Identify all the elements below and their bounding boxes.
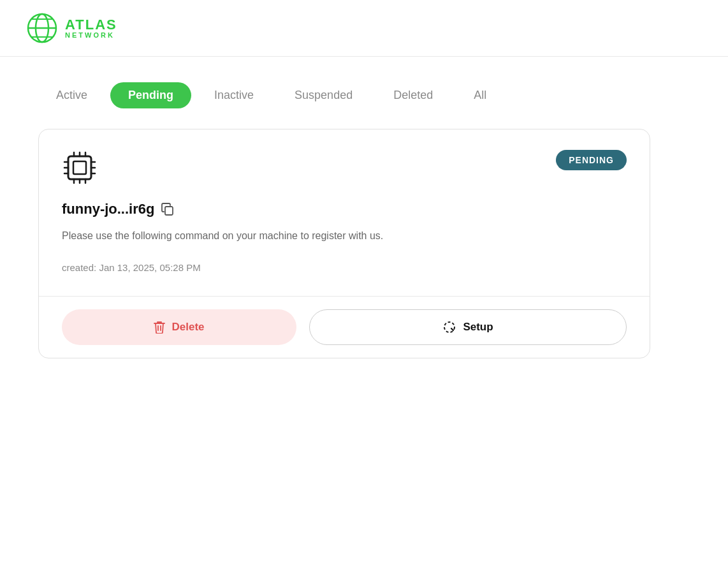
tab-inactive[interactable]: Inactive [196,82,272,108]
tab-all[interactable]: All [456,82,504,108]
svg-rect-6 [73,161,86,174]
main-content: Active Pending Inactive Suspended Delete… [0,57,728,384]
card-created: created: Jan 13, 2025, 05:28 PM [62,262,627,273]
tab-pending[interactable]: Pending [110,82,191,108]
trash-icon [154,321,165,334]
device-name: funny-jo...ir6g [62,201,154,217]
tab-bar: Active Pending Inactive Suspended Delete… [38,82,690,108]
tab-suspended[interactable]: Suspended [277,82,370,108]
status-badge: PENDING [556,150,627,170]
card-top-row: PENDING [62,150,627,186]
logo-text: ATLAS NETWORK [65,18,117,39]
atlas-logo-icon [25,11,59,45]
svg-rect-5 [68,156,91,179]
card-body: PENDING funny-jo...ir6g Please use the f… [39,129,650,296]
device-name-row: funny-jo...ir6g [62,201,627,217]
created-label: created: [62,262,99,273]
card-footer: Delete Setup [39,296,650,358]
svg-rect-19 [165,207,173,215]
setup-label: Setup [463,321,493,334]
logo-atlas-label: ATLAS [65,18,117,32]
header: ATLAS NETWORK [0,0,728,57]
tab-deleted[interactable]: Deleted [375,82,451,108]
setup-icon [442,320,456,334]
delete-button[interactable]: Delete [62,309,296,345]
cpu-icon [62,150,98,186]
setup-button[interactable]: Setup [309,309,627,345]
created-date: Jan 13, 2025, 05:28 PM [99,262,200,273]
tab-active[interactable]: Active [38,82,105,108]
logo-network-label: NETWORK [65,32,117,39]
delete-label: Delete [171,321,204,334]
card-description: Please use the following command on your… [62,228,627,244]
logo: ATLAS NETWORK [25,11,117,45]
copy-icon[interactable] [161,202,175,216]
device-card: PENDING funny-jo...ir6g Please use the f… [38,129,650,358]
